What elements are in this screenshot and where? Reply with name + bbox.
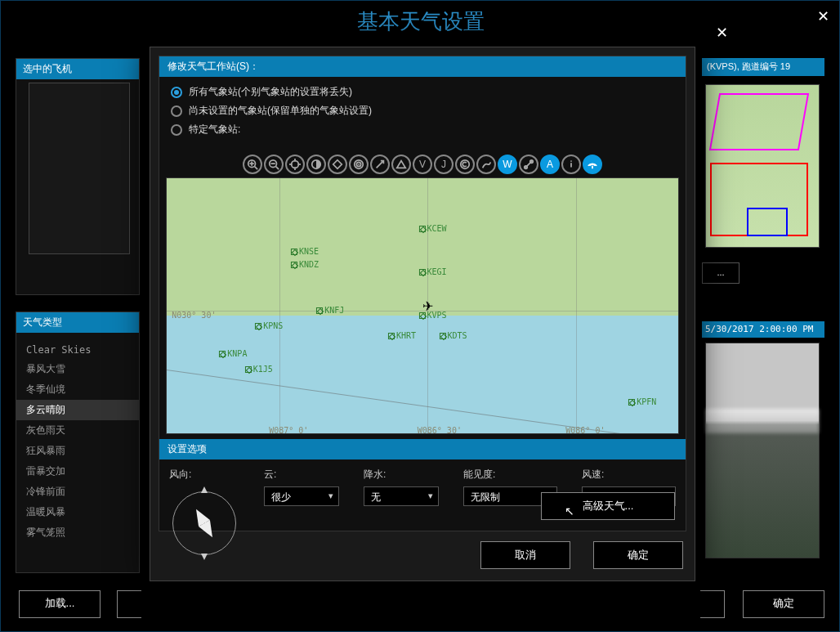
svg-line-5 [276, 167, 279, 170]
radio-all-stations[interactable]: 所有气象站(个别气象站的设置将丢失) [171, 85, 674, 99]
radio-icon [171, 87, 182, 98]
w-icon[interactable]: W [498, 155, 517, 174]
weather-type-panel: 天气类型 Clear Skies暴风大雪冬季仙境多云晴朗灰色雨天狂风暴雨雷暴交加… [16, 312, 140, 573]
radio-icon [171, 124, 182, 136]
weather-map[interactable]: N030° 30'W087° 0'W086° 30'W086° 0'KCEWKN… [166, 177, 679, 434]
station-KNDZ[interactable]: KNDZ [291, 260, 319, 269]
selected-aircraft-header: 选中的飞机 [16, 59, 139, 79]
radio-icon [171, 105, 182, 117]
bg-ok-button[interactable]: 确定 [743, 590, 824, 618]
wind-speed-label: 风速: [582, 468, 676, 482]
radar-icon[interactable] [349, 155, 369, 174]
flag-icon[interactable] [476, 155, 496, 174]
svg-line-17 [377, 161, 384, 168]
station-KPNS[interactable]: KPNS [255, 321, 283, 330]
cancel-button[interactable]: 取消 [480, 541, 570, 569]
j-icon[interactable]: J [434, 155, 454, 174]
radio-label: 尚未设置的气象站(保留单独的气象站设置) [189, 104, 372, 118]
contrast-icon[interactable] [306, 155, 326, 174]
aircraft-preview [29, 83, 130, 254]
advanced-weather-label: 高级天气... [583, 500, 634, 512]
svg-line-20 [525, 161, 533, 168]
target-icon[interactable] [328, 155, 347, 174]
weather-type-item[interactable]: 狂风暴雨 [16, 441, 139, 461]
v-icon[interactable]: V [413, 155, 432, 174]
wind-direction-value: 0 [202, 519, 207, 528]
mini-map [705, 84, 820, 248]
weather-type-item[interactable]: 灰色雨天 [16, 420, 139, 441]
lon-label: W086° 30' [418, 426, 462, 434]
inner-close-button[interactable]: ✕ [716, 24, 728, 42]
weather-type-item[interactable]: 雾气笼照 [16, 522, 139, 543]
dialog-body: 修改天气工作站(S)： 所有气象站(个别气象站的设置将丢失) 尚未设置的气象站(… [159, 56, 686, 531]
info-icon[interactable] [561, 155, 581, 174]
station-KDTS[interactable]: KDTS [440, 331, 467, 340]
weather-type-header: 天气类型 [16, 312, 139, 333]
a-icon[interactable]: A [540, 155, 560, 174]
wind-compass[interactable]: 0 [169, 488, 239, 558]
precip-dropdown[interactable]: 无 [364, 486, 439, 506]
settings-header: 设置选项 [159, 439, 686, 459]
weather-type-item[interactable]: 雷暴交加 [16, 461, 139, 482]
mini-map-options-button[interactable]: ... [702, 262, 739, 284]
weather-type-item[interactable]: 冬季仙境 [16, 379, 139, 400]
precip-label: 降水: [364, 468, 439, 482]
link-icon[interactable] [519, 155, 538, 174]
weather-type-item[interactable]: 冷锋前面 [16, 482, 139, 502]
weather-type-item[interactable]: 暴风大雪 [16, 359, 139, 379]
radio-label: 所有气象站(个别气象站的设置将丢失) [189, 85, 352, 99]
bg-button-partial-left[interactable] [117, 590, 141, 618]
station-KCEW[interactable]: KCEW [418, 224, 446, 233]
lon-label: W087° 0' [269, 426, 308, 434]
weather-type-item[interactable]: 多云晴朗 [16, 400, 139, 420]
cloud-group: 云: 很少 [264, 468, 339, 558]
wind-direction-label: 风向: [169, 468, 239, 482]
aircraft-icon: ✈ [422, 298, 433, 314]
center-icon[interactable] [285, 155, 305, 174]
dialog-title: 基本天气设置 [1, 7, 840, 36]
lon-label: W086° 0' [565, 426, 605, 434]
weather-type-item[interactable]: Clear Skies [16, 341, 139, 359]
zoom-out-icon[interactable] [264, 155, 284, 174]
zoom-in-icon[interactable] [243, 155, 262, 174]
wind-direction-group: 风向: 0 [169, 468, 239, 558]
weather-type-list: Clear Skies暴风大雪冬季仙境多云晴朗灰色雨天狂风暴雨雷暴交加冷锋前面温… [16, 333, 139, 551]
radio-label: 特定气象站: [189, 123, 240, 137]
load-button[interactable]: 加载... [19, 590, 101, 618]
svg-point-16 [358, 164, 360, 165]
outer-window: 基本天气设置 ✕ 选中的飞机 天气类型 Clear Skies暴风大雪冬季仙境多… [0, 0, 840, 632]
sat-icon[interactable] [583, 155, 602, 174]
ok-button[interactable]: 确定 [593, 541, 683, 569]
station-KNFJ[interactable]: KNFJ [316, 306, 344, 315]
svg-line-1 [255, 167, 258, 170]
svg-point-24 [570, 160, 572, 162]
radio-specific-station[interactable]: 特定气象站: [171, 123, 674, 137]
cursor-icon: ↖ [565, 498, 574, 524]
modify-station-header: 修改天气工作站(S)： [159, 56, 686, 77]
outer-close-button[interactable]: ✕ [817, 7, 829, 25]
cloud-label: 云: [264, 468, 339, 482]
station-KNPA[interactable]: KNPA [219, 349, 247, 358]
lat-label: N030° 30' [172, 311, 216, 320]
weather-type-item[interactable]: 温暖风暴 [16, 502, 139, 522]
radio-unset-stations[interactable]: 尚未设置的气象站(保留单独的气象站设置) [171, 104, 674, 118]
station-KPFN[interactable]: KPFN [628, 397, 656, 406]
station-K1J5[interactable]: K1J5 [245, 365, 273, 374]
scenery-preview [705, 343, 820, 558]
weather-dialog: 修改天气工作站(S)： 所有气象站(个别气象站的设置将丢失) 尚未设置的气象站(… [150, 47, 695, 581]
dialog-button-row: 取消 确定 [480, 541, 683, 569]
bg-button-partial-right[interactable] [700, 590, 725, 618]
precip-group: 降水: 无 [364, 468, 439, 558]
pointer-icon[interactable] [370, 155, 390, 174]
station-KNSE[interactable]: KNSE [291, 247, 319, 256]
station-KHRT[interactable]: KHRT [388, 331, 416, 340]
advanced-weather-button[interactable]: ↖ 高级天气... [541, 492, 675, 520]
copyright-icon[interactable] [455, 155, 475, 174]
datetime-badge: 5/30/2017 2:00:00 PM [702, 321, 824, 338]
station-scope-radio-group: 所有气象站(个别气象站的设置将丢失) 尚未设置的气象站(保留单独的气象站设置) … [159, 77, 686, 150]
triangle-icon[interactable] [391, 155, 411, 174]
svg-marker-13 [333, 160, 342, 169]
station-KEGI[interactable]: KEGI [418, 267, 446, 276]
svg-point-7 [292, 161, 299, 168]
cloud-dropdown[interactable]: 很少 [264, 486, 339, 506]
